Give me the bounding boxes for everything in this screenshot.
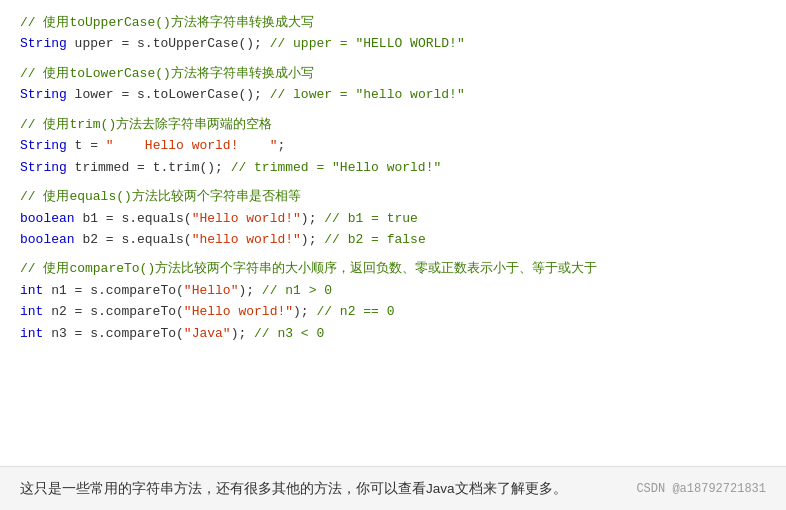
comment-toUpperCase: // 使用toUpperCase()方法将字符串转换成大写	[20, 12, 766, 33]
spacer-2	[20, 106, 766, 114]
comment-equals: // 使用equals()方法比较两个字符串是否相等	[20, 186, 766, 207]
line-trim-2: String trimmed = t.trim(); // trimmed = …	[20, 157, 766, 178]
footer-brand: CSDN @a18792721831	[636, 482, 766, 496]
line-toUpperCase: String upper = s.toUpperCase(); // upper…	[20, 33, 766, 54]
comment-trim: // 使用trim()方法去除字符串两端的空格	[20, 114, 766, 135]
line-toLowerCase: String lower = s.toLowerCase(); // lower…	[20, 84, 766, 105]
main-container: // 使用toUpperCase()方法将字符串转换成大写 String upp…	[0, 0, 786, 510]
line-compareTo-3: int n3 = s.compareTo("Java"); // n3 < 0	[20, 323, 766, 344]
line-equals-2: boolean b2 = s.equals("hello world!"); /…	[20, 229, 766, 250]
line-compareTo-1: int n1 = s.compareTo("Hello"); // n1 > 0	[20, 280, 766, 301]
code-block: // 使用toUpperCase()方法将字符串转换成大写 String upp…	[20, 12, 766, 344]
footer-bar: 这只是一些常用的字符串方法，还有很多其他的方法，你可以查看Java文档来了解更多…	[0, 466, 786, 510]
line-trim-1: String t = " Hello world! ";	[20, 135, 766, 156]
spacer-4	[20, 250, 766, 258]
spacer-3	[20, 178, 766, 186]
code-area: // 使用toUpperCase()方法将字符串转换成大写 String upp…	[0, 0, 786, 466]
comment-toLowerCase: // 使用toLowerCase()方法将字符串转换成小写	[20, 63, 766, 84]
footer-text: 这只是一些常用的字符串方法，还有很多其他的方法，你可以查看Java文档来了解更多…	[20, 480, 567, 498]
line-compareTo-2: int n2 = s.compareTo("Hello world!"); //…	[20, 301, 766, 322]
spacer-1	[20, 55, 766, 63]
comment-compareTo: // 使用compareTo()方法比较两个字符串的大小顺序，返回负数、零或正数…	[20, 258, 766, 279]
line-equals-1: boolean b1 = s.equals("Hello world!"); /…	[20, 208, 766, 229]
